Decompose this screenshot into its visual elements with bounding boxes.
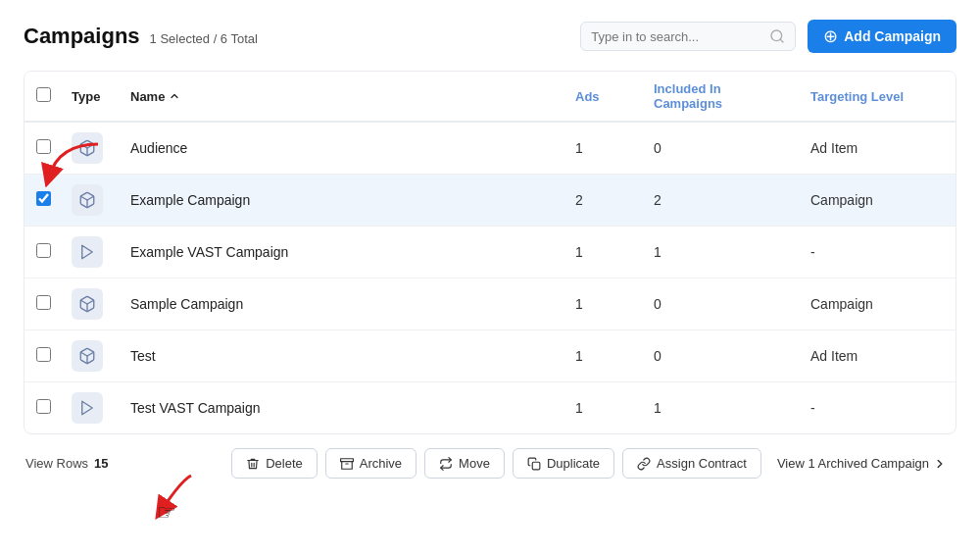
select-all-checkbox[interactable] — [36, 87, 51, 102]
box-icon — [78, 139, 96, 157]
row-type-cell — [60, 382, 119, 434]
chevron-right-icon — [933, 457, 947, 471]
targeting-level: Campaign — [810, 192, 873, 208]
row-targeting-cell: Ad Item — [799, 330, 956, 382]
svg-marker-7 — [82, 401, 93, 415]
row-checkbox-cell[interactable] — [24, 330, 60, 382]
row-ads-cell: 1 — [564, 330, 642, 382]
row-type-cell — [60, 278, 119, 330]
included-count: 1 — [654, 400, 662, 416]
trash-icon — [246, 457, 260, 471]
targeting-level: - — [810, 244, 815, 260]
row-type-cell — [60, 227, 119, 278]
row-checkbox-cell[interactable] — [24, 122, 60, 175]
row-included-cell: 1 — [642, 382, 799, 434]
plus-icon: ⊕ — [823, 27, 838, 45]
included-count: 0 — [654, 140, 662, 156]
campaign-name: Sample Campaign — [130, 296, 243, 312]
duplicate-icon — [527, 457, 541, 471]
footer-actions: Delete Archive Move Duplic — [231, 448, 955, 479]
row-checkbox[interactable] — [36, 347, 51, 362]
table-row: Test VAST Campaign 1 1 - — [24, 382, 956, 434]
table-row: Example VAST Campaign 1 1 - — [24, 227, 956, 278]
add-button-label: Add Campaign — [844, 28, 941, 44]
move-label: Move — [459, 456, 490, 471]
row-targeting-cell: Ad Item — [799, 122, 956, 175]
row-ads-cell: 1 — [564, 382, 642, 434]
svg-rect-8 — [340, 458, 353, 461]
row-included-cell: 1 — [642, 227, 799, 278]
row-type-cell — [60, 175, 119, 227]
row-included-cell: 2 — [642, 175, 799, 227]
row-checkbox[interactable] — [36, 399, 51, 414]
type-icon — [72, 132, 103, 164]
duplicate-button[interactable]: Duplicate — [513, 448, 614, 479]
view-archived-label: View 1 Archived Campaign — [777, 456, 929, 471]
th-type: Type — [60, 72, 119, 122]
sort-asc-icon — [169, 90, 180, 102]
box-icon — [78, 295, 96, 313]
included-count: 0 — [654, 348, 662, 364]
type-icon — [72, 184, 103, 216]
campaign-name: Audience — [130, 140, 187, 156]
row-included-cell: 0 — [642, 122, 799, 175]
row-checkbox-cell[interactable] — [24, 382, 60, 434]
row-name-cell: Example VAST Campaign — [119, 227, 564, 278]
delete-label: Delete — [266, 456, 303, 471]
row-name-cell: Example Campaign — [119, 175, 564, 227]
row-type-cell — [60, 122, 119, 175]
row-name-cell: Audience — [119, 122, 564, 175]
th-name[interactable]: Name — [119, 72, 564, 122]
assign-contract-button[interactable]: Assign Contract — [622, 448, 761, 479]
row-checkbox[interactable] — [36, 295, 51, 310]
th-included[interactable]: Included In Campaigns — [642, 72, 799, 122]
ads-count: 1 — [575, 400, 583, 416]
annotation-arrow-2 — [142, 471, 201, 530]
row-name-cell: Test VAST Campaign — [119, 382, 564, 434]
targeting-level: Campaign — [810, 296, 873, 312]
campaign-name: Example VAST Campaign — [130, 244, 288, 260]
view-archived-link[interactable]: View 1 Archived Campaign — [769, 449, 955, 478]
row-ads-cell: 1 — [564, 227, 642, 278]
campaigns-table: Type Name Ads Included — [24, 71, 956, 434]
th-select-all[interactable] — [24, 72, 60, 122]
page-header: Campaigns 1 Selected / 6 Total ⊕ Add Cam… — [24, 20, 956, 53]
search-icon — [769, 28, 785, 44]
row-checkbox-cell[interactable] — [24, 227, 60, 278]
archive-label: Archive — [360, 456, 402, 471]
type-icon — [72, 236, 103, 268]
play-icon — [78, 399, 96, 417]
row-checkbox[interactable] — [36, 191, 51, 206]
row-checkbox-cell[interactable] — [24, 278, 60, 330]
th-ads[interactable]: Ads — [564, 72, 642, 122]
row-targeting-cell: Campaign — [799, 175, 956, 227]
row-ads-cell: 1 — [564, 122, 642, 175]
add-campaign-button[interactable]: ⊕ Add Campaign — [808, 20, 956, 53]
svg-line-1 — [780, 39, 783, 42]
search-box — [580, 22, 796, 51]
move-button[interactable]: Move — [424, 448, 505, 479]
delete-button[interactable]: Delete — [231, 448, 318, 479]
table-row: Audience 1 0 Ad Item — [24, 122, 956, 175]
row-ads-cell: 2 — [564, 175, 642, 227]
row-type-cell — [60, 330, 119, 382]
ads-count: 1 — [575, 296, 583, 312]
search-input[interactable] — [591, 29, 763, 44]
type-icon — [72, 340, 103, 372]
row-targeting-cell: Campaign — [799, 278, 956, 330]
contract-icon — [637, 457, 651, 471]
th-targeting[interactable]: Targeting Level — [799, 72, 956, 122]
included-count: 1 — [654, 244, 662, 260]
targeting-level: - — [810, 400, 815, 416]
row-checkbox[interactable] — [36, 139, 51, 154]
archive-button[interactable]: Archive — [325, 448, 416, 479]
row-targeting-cell: - — [799, 382, 956, 434]
play-icon — [78, 243, 96, 261]
svg-marker-4 — [82, 245, 93, 259]
table-header-row: Type Name Ads Included — [24, 72, 956, 122]
box-icon — [78, 191, 96, 209]
row-checkbox-cell[interactable] — [24, 175, 60, 227]
selection-info: 1 Selected / 6 Total — [150, 31, 258, 46]
archive-icon — [340, 457, 354, 471]
row-checkbox[interactable] — [36, 243, 51, 258]
